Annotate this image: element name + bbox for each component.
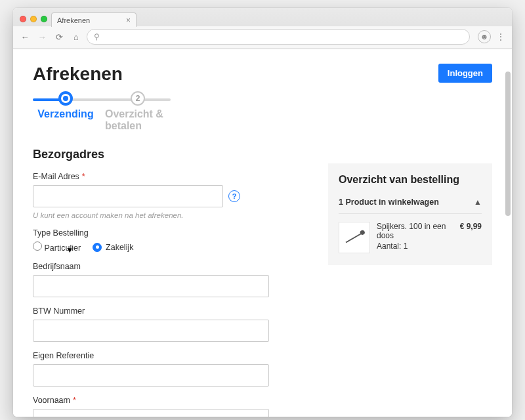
- tab-strip: Afrekenen ×: [13, 8, 512, 26]
- email-label: E-Mail Adres*: [33, 172, 308, 181]
- product-price: € 9,99: [460, 222, 482, 240]
- profile-icon[interactable]: ☻: [478, 30, 491, 43]
- login-button[interactable]: Inloggen: [438, 64, 492, 83]
- firstname-label: Voornaam*: [33, 396, 308, 405]
- step-review-label: Overzicht & betalen: [105, 108, 171, 132]
- email-input[interactable]: [33, 185, 223, 207]
- reference-input[interactable]: [33, 364, 269, 387]
- order-type-radio-group: Particulier Zakelijk: [33, 242, 308, 253]
- nail-icon: [346, 232, 364, 243]
- company-label: Bedrijfsnaam: [33, 262, 308, 271]
- maximize-window-icon[interactable]: [41, 16, 47, 22]
- radio-unchecked-icon: [33, 242, 42, 251]
- minimize-window-icon[interactable]: [30, 16, 37, 22]
- shipping-form: Bezorgadres E-Mail Adres* ? U kunt een a…: [33, 148, 308, 417]
- checkout-steps: Verzending 2 Overzicht & betalen: [33, 91, 492, 132]
- step-indicator-number: 2: [131, 91, 145, 106]
- home-icon[interactable]: ⌂: [70, 30, 83, 43]
- firstname-input[interactable]: [33, 409, 269, 417]
- field-company: Bedrijfsnaam: [33, 262, 308, 297]
- browser-window: Afrekenen × ← → ⟳ ⌂ ⚲ ☻ ⋮ Afrekenen Inlo…: [13, 8, 512, 417]
- chevron-up-icon: ▲: [474, 198, 482, 207]
- tab-title: Afrekenen: [57, 16, 90, 24]
- cart-item: Spijkers. 100 in een doos € 9,99 Aantal:…: [339, 214, 482, 253]
- window-controls: [18, 16, 51, 26]
- menu-icon[interactable]: ⋮: [495, 32, 507, 42]
- field-reference: Eigen Referentie: [33, 351, 308, 387]
- browser-tab[interactable]: Afrekenen ×: [51, 12, 136, 27]
- required-star-icon: *: [82, 172, 85, 181]
- summary-title: Overzicht van bestelling: [339, 174, 482, 186]
- field-email: E-Mail Adres* ? U kunt een account maken…: [33, 172, 308, 219]
- browser-toolbar: ← → ⟳ ⌂ ⚲ ☻ ⋮: [13, 26, 512, 49]
- company-input[interactable]: [33, 275, 269, 297]
- product-qty: Aantal: 1: [377, 242, 482, 251]
- address-bar[interactable]: ⚲: [87, 29, 470, 45]
- field-order-type: Type Bestelling Particulier Zakelijk: [33, 228, 308, 253]
- checkout-page: Afrekenen Inloggen Verzending 2 Overzich…: [13, 49, 512, 417]
- forward-icon[interactable]: →: [35, 30, 49, 43]
- checkout-columns: Bezorgadres E-Mail Adres* ? U kunt een a…: [33, 148, 492, 417]
- order-summary: Overzicht van bestelling 1 Product in wi…: [328, 163, 492, 417]
- field-vat: BTW Nummer: [33, 306, 308, 342]
- page-header: Afrekenen Inloggen: [33, 64, 492, 85]
- email-hint: U kunt een account maken na het afrekene…: [33, 211, 308, 219]
- browser-chrome: Afrekenen × ← → ⟳ ⌂ ⚲ ☻ ⋮: [13, 8, 512, 49]
- reload-icon[interactable]: ⟳: [52, 30, 66, 43]
- vat-label: BTW Nummer: [33, 306, 308, 316]
- radio-zakelijk[interactable]: Zakelijk: [93, 243, 133, 252]
- reference-label: Eigen Referentie: [33, 351, 308, 360]
- cart-count: 1 Product in winkelwagen: [339, 198, 439, 207]
- order-type-label: Type Bestelling: [33, 228, 308, 238]
- radio-checked-icon: [93, 243, 102, 252]
- step-shipping[interactable]: Verzending: [33, 91, 98, 132]
- back-icon[interactable]: ←: [18, 30, 32, 43]
- field-firstname: Voornaam*: [33, 396, 308, 417]
- radio-particulier[interactable]: Particulier: [33, 242, 81, 253]
- close-window-icon[interactable]: [20, 16, 26, 22]
- page-title: Afrekenen: [33, 64, 123, 85]
- step-review-pay[interactable]: 2 Overzicht & betalen: [105, 91, 171, 132]
- search-icon: ⚲: [94, 32, 100, 41]
- help-icon[interactable]: ?: [228, 190, 240, 202]
- section-title: Bezorgadres: [33, 148, 308, 161]
- step-shipping-label: Verzending: [37, 108, 93, 120]
- cart-toggle-row[interactable]: 1 Product in winkelwagen ▲: [339, 194, 482, 214]
- close-tab-icon[interactable]: ×: [126, 16, 131, 24]
- product-name: Spijkers. 100 in een doos: [377, 222, 455, 240]
- page-viewport: Afrekenen Inloggen Verzending 2 Overzich…: [13, 49, 512, 417]
- scrollbar-thumb[interactable]: [505, 72, 511, 216]
- vat-input[interactable]: [33, 320, 269, 342]
- product-thumbnail: [339, 222, 370, 253]
- step-indicator-active-icon: [58, 91, 73, 106]
- required-star-icon: *: [73, 396, 76, 405]
